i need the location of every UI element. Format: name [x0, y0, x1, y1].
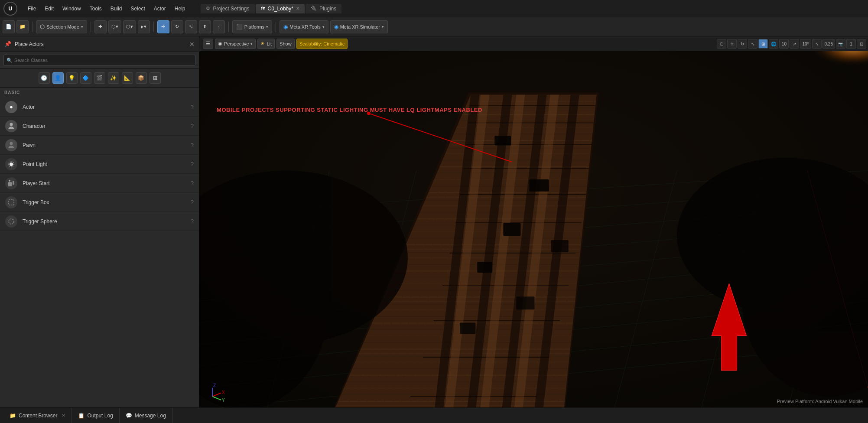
recently-placed-btn[interactable]: 🕐 [39, 72, 50, 84]
new-btn[interactable]: 📄 [3, 20, 15, 33]
rotation-snap-val[interactable]: 10° [800, 39, 811, 49]
viewport[interactable]: ☰ ◉ Perspective ▾ ☀ Lit Show Scalability… [199, 36, 868, 407]
panel-close-btn[interactable]: ✕ [189, 41, 195, 48]
scale-snap-val[interactable]: 0.25 [822, 39, 835, 49]
meta-xr-simulator-dropdown[interactable]: ◉ Meta XR Simulator ▾ [330, 20, 388, 33]
actor-help-point-light[interactable]: ? [191, 161, 194, 167]
actor-item-trigger-sphere[interactable]: Trigger Sphere ? [0, 212, 199, 231]
svg-rect-71 [720, 51, 868, 105]
translate-vp-btn[interactable]: ✛ [727, 39, 737, 49]
panel-header: 📌 Place Actors ✕ [0, 36, 199, 52]
lights-btn[interactable]: 💡 [66, 72, 78, 84]
svg-point-0 [10, 123, 13, 126]
toolbar-sep-4 [228, 22, 229, 32]
svg-point-8 [9, 219, 14, 224]
meta-xr-tools-icon: ◉ [283, 24, 288, 30]
open-btn[interactable]: 📁 [16, 20, 29, 33]
actor-item-trigger-box[interactable]: Trigger Box ? [0, 193, 199, 212]
menu-actor[interactable]: Actor [150, 4, 169, 13]
transform-btn-3[interactable]: ▸▾ [138, 20, 150, 33]
world-grid-btn[interactable]: 🌐 [769, 39, 778, 49]
actor-help-trigger-box[interactable]: ? [191, 199, 194, 205]
message-log-tab[interactable]: 💬 Message Log [120, 408, 172, 423]
menu-edit[interactable]: Edit [41, 4, 57, 13]
show-btn[interactable]: Show [276, 39, 295, 49]
scale-btn[interactable]: ⤡ [185, 20, 197, 33]
toolbar-sep-5 [276, 22, 276, 32]
actor-name-character: Character [23, 123, 185, 129]
scale-snap-btn[interactable]: ⤡ [812, 39, 822, 49]
actor-item-actor[interactable]: ● Actor ? [0, 98, 199, 117]
lit-btn[interactable]: ☀ Lit [257, 39, 275, 49]
tab-plugins[interactable]: 🔌 Plugins [306, 4, 341, 13]
tab-project-settings[interactable]: ⚙ Project Settings [201, 4, 254, 13]
selection-mode-dropdown[interactable]: ⬡ Selection Mode ▾ [36, 20, 87, 33]
actor-name-actor: Actor [23, 104, 185, 110]
output-log-tab[interactable]: 📋 Output Log [72, 408, 119, 423]
open-icon: 📁 [20, 24, 26, 29]
menu-window[interactable]: Window [59, 4, 85, 13]
grid-btn[interactable]: ⊞ [758, 39, 768, 49]
content-browser-tab[interactable]: 📁 Content Browser ✕ [3, 408, 72, 423]
basic-btn[interactable]: 👤 [52, 72, 64, 84]
more-modes-btn[interactable]: ⋮ [213, 20, 225, 33]
menu-select[interactable]: Select [127, 4, 148, 13]
all-classes-btn[interactable]: ⊞ [150, 72, 161, 84]
rotate-btn[interactable]: ↻ [171, 20, 183, 33]
actor-help-pawn[interactable]: ? [191, 142, 194, 148]
tab-bar: ⚙ Project Settings 🗺 C0_Lobby* ✕ 🔌 Plugi… [201, 4, 341, 13]
actor-help-character[interactable]: ? [191, 123, 194, 129]
svg-rect-64 [516, 296, 534, 309]
menu-file[interactable]: File [24, 4, 39, 13]
actor-item-character[interactable]: Character ? [0, 117, 199, 136]
maximize-btn[interactable]: ⊡ [857, 39, 866, 49]
search-icon: 🔍 [7, 58, 13, 63]
volumes-btn[interactable]: 📦 [136, 72, 147, 84]
actor-help-trigger-sphere[interactable]: ? [191, 218, 194, 225]
meta-xr-tools-dropdown[interactable]: ◉ Meta XR Tools ▾ [280, 20, 328, 33]
ue-logo[interactable]: U [3, 2, 17, 16]
viewport-toolbar: ☰ ◉ Perspective ▾ ☀ Lit Show Scalability… [199, 36, 868, 51]
select-mode-btn[interactable]: ⬡ [717, 39, 726, 49]
content-browser-icon: 📁 [10, 413, 16, 419]
actor-item-point-light[interactable]: Point Light ? [0, 155, 199, 174]
svg-text:X: X [222, 390, 225, 395]
scalability-btn[interactable]: Scalability: Cinematic [296, 39, 348, 49]
add-actor-btn[interactable]: ✚ [94, 20, 107, 33]
scale-vp-btn[interactable]: ⤡ [748, 39, 757, 49]
menu-help[interactable]: Help [171, 4, 189, 13]
tab-lobby-close[interactable]: ✕ [296, 6, 299, 11]
cinecamera-btn[interactable]: 🎬 [94, 72, 105, 84]
viewport-menu-btn[interactable]: ☰ [203, 39, 213, 49]
grid-size-btn[interactable]: 10 [779, 39, 789, 49]
camera-speed-btn[interactable]: 📷 [836, 39, 845, 49]
content-browser-close[interactable]: ✕ [62, 413, 65, 418]
rotation-snap-btn[interactable]: ↗ [790, 39, 799, 49]
mode-btn-4[interactable]: ⬆ [199, 20, 211, 33]
svg-rect-61 [477, 262, 492, 273]
tab-lobby[interactable]: 🗺 C0_Lobby* ✕ [256, 4, 305, 13]
transform-btn-1[interactable]: ⬡▾ [108, 20, 121, 33]
visual-btn[interactable]: ✨ [108, 72, 119, 84]
status-bar: 📁 Content Browser ✕ 📋 Output Log 💬 Messa… [0, 407, 868, 423]
transform-btn-2[interactable]: ⬡▾ [123, 20, 136, 33]
lit-icon: ☀ [260, 41, 265, 46]
geometry-btn[interactable]: 📐 [122, 72, 133, 84]
translate-btn[interactable]: ✛ [157, 20, 169, 33]
perspective-btn[interactable]: ◉ Perspective ▾ [215, 39, 256, 49]
camera-speed-val[interactable]: 1 [846, 39, 856, 49]
actor-help-player-start[interactable]: ? [191, 180, 194, 186]
shapes-btn[interactable]: 🔷 [80, 72, 91, 84]
search-input[interactable] [3, 55, 195, 66]
actor-item-player-start[interactable]: Player Start ? [0, 174, 199, 193]
place-actors-icon: 📌 [4, 41, 11, 47]
menu-tools[interactable]: Tools [86, 4, 105, 13]
actor-name-pawn: Pawn [23, 142, 185, 148]
actor-help-actor[interactable]: ? [191, 104, 194, 110]
rotate-vp-btn[interactable]: ↻ [738, 39, 747, 49]
platforms-dropdown[interactable]: ⬛ Platforms ▾ [232, 20, 272, 33]
transform-icon-3: ▸▾ [141, 24, 146, 29]
platforms-chevron: ▾ [266, 25, 268, 29]
menu-build[interactable]: Build [107, 4, 126, 13]
actor-item-pawn[interactable]: Pawn ? [0, 136, 199, 155]
